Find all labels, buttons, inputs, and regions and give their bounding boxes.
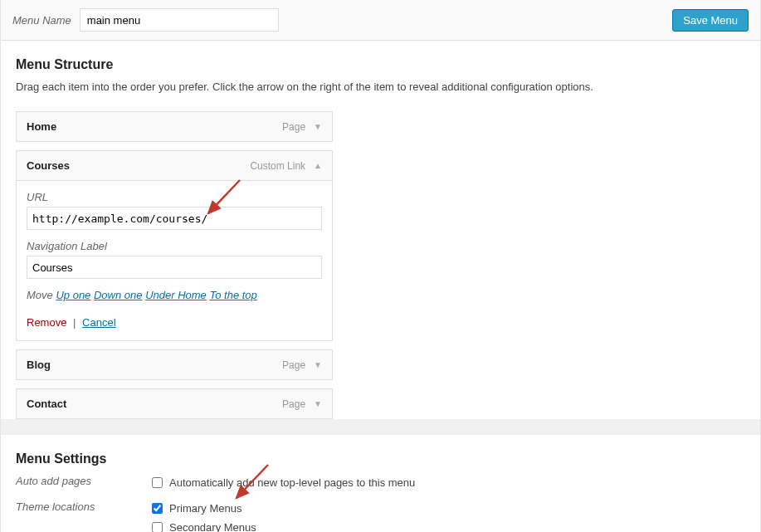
- menu-settings-title: Menu Settings: [16, 451, 745, 466]
- option-text: Primary Menus: [169, 502, 241, 515]
- nav-label-input[interactable]: [27, 256, 322, 279]
- primary-menus-checkbox[interactable]: [152, 503, 163, 514]
- save-menu-button[interactable]: Save Menu: [672, 9, 749, 32]
- menu-item-title: Contact: [27, 398, 282, 410]
- menu-name-input[interactable]: [80, 8, 279, 32]
- separator: |: [73, 316, 76, 329]
- settings-row-auto-add: Auto add pages Automatically add new top…: [16, 475, 745, 494]
- auto-add-option[interactable]: Automatically add new top-level pages to…: [149, 475, 415, 491]
- chevron-down-icon[interactable]: ▼: [314, 360, 322, 369]
- move-under-link[interactable]: Under Home: [145, 289, 207, 301]
- option-text: Secondary Menus: [169, 521, 256, 532]
- remove-link[interactable]: Remove: [27, 316, 66, 329]
- menu-name-label: Menu Name: [12, 14, 71, 27]
- move-down-link[interactable]: Down one: [94, 289, 143, 301]
- option-text: Automatically add new top-level pages to…: [169, 476, 415, 489]
- menu-item-title: Home: [27, 120, 282, 133]
- menu-item-home[interactable]: Home Page ▼: [16, 111, 333, 142]
- settings-row-theme-locations: Theme locations Primary Menus Secondary …: [16, 500, 745, 532]
- cancel-link[interactable]: Cancel: [82, 316, 115, 329]
- secondary-menus-checkbox[interactable]: [152, 522, 163, 532]
- nav-label-label: Navigation Label: [27, 240, 322, 252]
- chevron-down-icon[interactable]: ▼: [314, 122, 322, 131]
- move-line: Move Up one Down one Under Home To the t…: [27, 289, 322, 301]
- auto-add-checkbox[interactable]: [152, 477, 163, 488]
- menu-item-type: Page: [282, 359, 305, 371]
- item-actions: Remove | Cancel: [27, 316, 322, 329]
- url-input[interactable]: [27, 207, 322, 230]
- menu-structure-desc: Drag each item into the order you prefer…: [16, 81, 745, 93]
- chevron-up-icon[interactable]: ▲: [314, 161, 322, 170]
- primary-menus-option[interactable]: Primary Menus: [149, 500, 256, 516]
- menu-item-type: Page: [282, 398, 305, 410]
- move-prefix: Move: [27, 289, 53, 301]
- menu-item-courses[interactable]: Courses Custom Link ▲ URL Navigation Lab…: [16, 150, 333, 341]
- menu-header: Menu Name Save Menu: [1, 0, 760, 41]
- menu-item-title: Courses: [27, 159, 250, 172]
- settings-row-label: Theme locations: [16, 500, 149, 532]
- menu-item-type: Custom Link: [250, 160, 305, 172]
- settings-row-label: Auto add pages: [16, 475, 149, 494]
- menu-item-type: Page: [282, 121, 305, 133]
- chevron-down-icon[interactable]: ▼: [314, 399, 322, 408]
- secondary-menus-option[interactable]: Secondary Menus: [149, 520, 256, 532]
- move-top-link[interactable]: To the top: [209, 289, 256, 301]
- move-up-link[interactable]: Up one: [56, 289, 90, 301]
- menu-structure-section: Menu Structure Drag each item into the o…: [1, 41, 760, 419]
- menu-item-body: URL Navigation Label Move Up one Down on…: [17, 180, 332, 340]
- menu-structure-title: Menu Structure: [16, 57, 745, 72]
- url-label: URL: [27, 191, 322, 203]
- menu-item-title: Blog: [27, 359, 282, 371]
- menu-settings-section: Menu Settings Auto add pages Automatical…: [1, 434, 760, 532]
- menu-item-blog[interactable]: Blog Page ▼: [16, 349, 333, 380]
- menu-item-contact[interactable]: Contact Page ▼: [16, 388, 333, 419]
